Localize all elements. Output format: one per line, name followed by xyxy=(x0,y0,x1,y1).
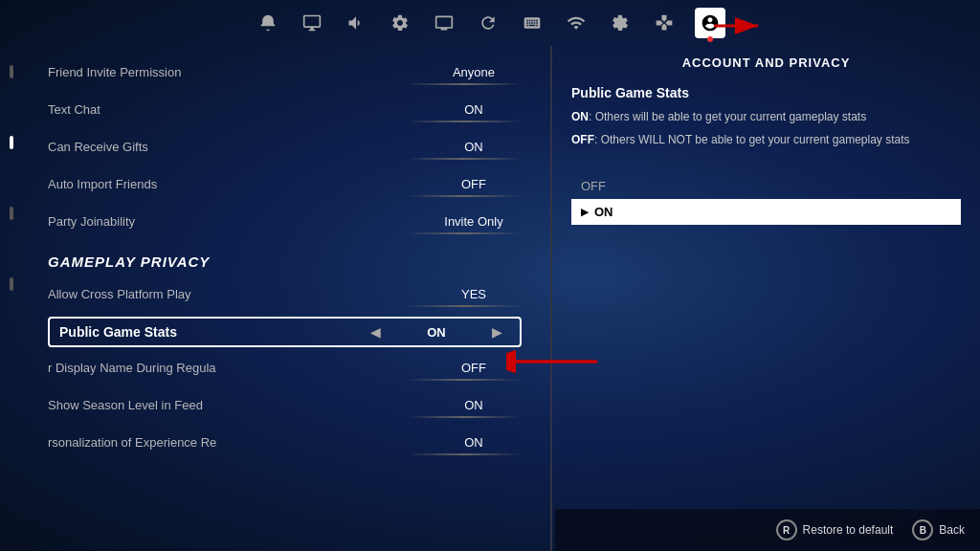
audio-icon[interactable] xyxy=(343,10,369,36)
friend-invite-setting: Friend Invite Permission Anyone xyxy=(48,55,522,91)
sidebar-marker-3 xyxy=(10,277,13,291)
option-off[interactable]: OFF xyxy=(571,173,961,199)
on-label: ON xyxy=(571,110,589,123)
party-joinability-setting: Party Joinability Invite Only xyxy=(48,205,522,240)
display-icon[interactable] xyxy=(299,10,325,36)
main-content: Friend Invite Permission Anyone Text Cha… xyxy=(0,46,980,551)
extra-settings-icon[interactable] xyxy=(607,10,634,36)
restore-label: Restore to default xyxy=(803,523,894,537)
on-description-text: Others will be able to get your current … xyxy=(595,110,866,123)
keyboard-icon[interactable] xyxy=(519,10,546,36)
cross-platform-label: Allow Cross Platform Play xyxy=(48,287,426,301)
gameplay-privacy-header: GAMEPLAY PRIVACY xyxy=(48,253,522,270)
left-arrow-icon[interactable]: ◀ xyxy=(370,324,381,340)
sidebar-marker xyxy=(10,65,13,78)
cross-platform-value: YES xyxy=(426,287,522,301)
receive-gifts-value: ON xyxy=(426,140,522,154)
restore-default-button[interactable]: R Restore to default xyxy=(776,519,894,540)
option-on[interactable]: ON xyxy=(571,199,961,225)
season-level-setting: Show Season Level in Feed ON xyxy=(48,388,522,424)
personalization-label: rsonalization of Experience Re xyxy=(48,435,426,450)
public-game-stats-row[interactable]: Public Game Stats ◀ ON ▶ xyxy=(48,317,522,347)
party-joinability-value: Invite Only xyxy=(426,214,522,229)
party-joinability-underline xyxy=(407,232,522,234)
back-button[interactable]: B Back xyxy=(912,519,965,540)
display-name-label: r Display Name During Regula xyxy=(48,361,426,375)
info-section-title: Public Game Stats xyxy=(571,85,961,100)
video-icon[interactable] xyxy=(431,10,457,36)
season-level-label: Show Season Level in Feed xyxy=(48,398,426,412)
sidebar-marker-active xyxy=(10,136,13,149)
notifications-icon[interactable] xyxy=(255,10,281,36)
personalization-value: ON xyxy=(426,435,522,450)
text-chat-label: Text Chat xyxy=(48,102,426,117)
display-name-setting: r Display Name During Regula OFF xyxy=(48,351,522,386)
auto-import-value: OFF xyxy=(426,177,522,191)
party-joinability-label: Party Joinability xyxy=(48,214,426,229)
auto-import-underline xyxy=(407,195,522,197)
auto-import-setting: Auto Import Friends OFF xyxy=(48,167,522,203)
sidebar-markers xyxy=(10,65,13,291)
bottom-bar: R Restore to default B Back xyxy=(555,509,980,551)
settings-icon[interactable] xyxy=(387,10,413,36)
friend-invite-underline xyxy=(407,83,522,85)
public-game-stats-value: ON xyxy=(389,325,484,340)
cross-platform-setting: Allow Cross Platform Play YES xyxy=(48,277,522,313)
restore-icon: R xyxy=(776,519,797,540)
options-dropdown: OFF ON xyxy=(571,173,961,225)
auto-import-label: Auto Import Friends xyxy=(48,177,426,191)
on-description: ON: Others will be able to get your curr… xyxy=(571,108,961,125)
display-name-value: OFF xyxy=(426,361,522,375)
friend-invite-label: Friend Invite Permission xyxy=(48,65,426,79)
right-arrow-icon[interactable]: ▶ xyxy=(492,324,502,340)
friend-invite-value: Anyone xyxy=(426,65,522,79)
personalization-setting: rsonalization of Experience Re ON xyxy=(48,426,522,461)
text-chat-setting: Text Chat ON xyxy=(48,93,522,128)
panel-title: ACCOUNT AND PRIVACY xyxy=(571,55,961,70)
season-level-value: ON xyxy=(426,398,522,412)
text-chat-underline xyxy=(407,121,522,122)
back-icon: B xyxy=(912,519,933,540)
right-panel: ACCOUNT AND PRIVACY Public Game Stats ON… xyxy=(551,46,980,551)
cross-platform-underline xyxy=(407,305,522,307)
off-label: OFF xyxy=(571,133,594,146)
back-label: Back xyxy=(939,523,965,537)
refresh-icon[interactable] xyxy=(475,10,501,36)
off-description: OFF: Others WILL NOT be able to get your… xyxy=(571,131,961,148)
account-icon[interactable] xyxy=(695,8,725,38)
receive-gifts-underline xyxy=(407,158,522,160)
top-nav xyxy=(0,0,980,46)
receive-gifts-label: Can Receive Gifts xyxy=(48,140,426,154)
off-description-text: Others WILL NOT be able to get your curr… xyxy=(601,133,910,146)
season-level-underline xyxy=(407,416,522,418)
personalization-underline xyxy=(407,453,522,455)
text-chat-value: ON xyxy=(426,102,522,117)
receive-gifts-setting: Can Receive Gifts ON xyxy=(48,130,522,165)
controller-icon[interactable] xyxy=(651,10,678,36)
network-icon[interactable] xyxy=(563,10,590,36)
sidebar-marker-2 xyxy=(10,207,13,220)
display-name-underline xyxy=(407,379,522,381)
left-panel: Friend Invite Permission Anyone Text Cha… xyxy=(0,46,550,551)
public-game-stats-label: Public Game Stats xyxy=(59,324,363,340)
